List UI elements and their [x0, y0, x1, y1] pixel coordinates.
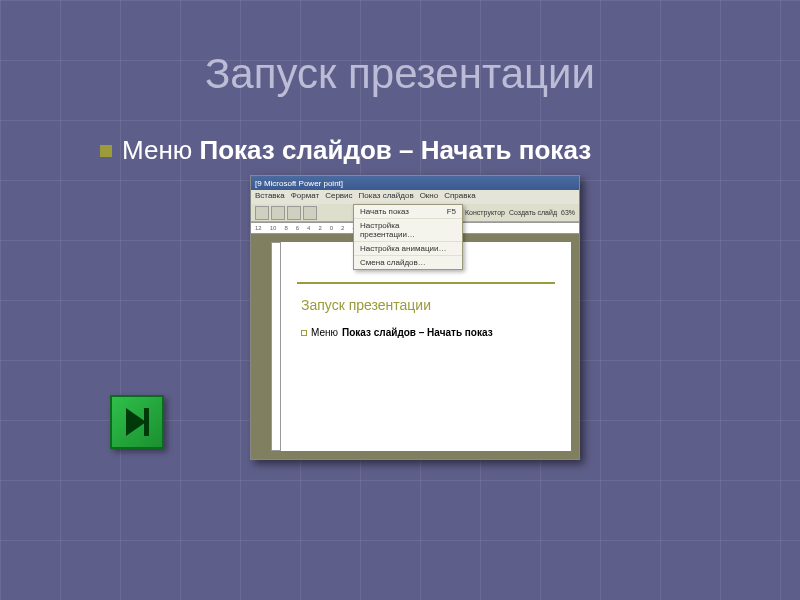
bullet-text: Меню Показ слайдов – Начать показ	[122, 135, 591, 166]
menu-help[interactable]: Справка	[444, 191, 475, 203]
play-triangle-icon	[126, 408, 146, 436]
dropdown-label: Начать показ	[360, 207, 409, 216]
inner-bullet: Меню Показ слайдов – Начать показ	[301, 327, 493, 338]
vertical-ruler	[271, 242, 281, 451]
bullet-item: Меню Показ слайдов – Начать показ	[100, 135, 591, 166]
dropdown-start-show[interactable]: Начать показ F5	[354, 205, 462, 219]
dropdown-label: Настройка анимации…	[360, 244, 446, 253]
toolbar-new-slide[interactable]: Создать слайд	[509, 209, 557, 216]
dropdown-animation[interactable]: Настройка анимации…	[354, 242, 462, 256]
menu-window[interactable]: Окно	[420, 191, 439, 203]
dropdown-setup-show[interactable]: Настройка презентации…	[354, 219, 462, 242]
bullet-bold: Показ слайдов – Начать показ	[200, 135, 592, 165]
dropdown-accel: F5	[447, 207, 456, 216]
bold-icon[interactable]	[255, 206, 269, 220]
menu-format[interactable]: Формат	[291, 191, 319, 203]
embedded-screenshot: [9 Microsoft Power point] Вставка Формат…	[250, 175, 580, 460]
dropdown-label: Смена слайдов…	[360, 258, 426, 267]
window-title: [9 Microsoft Power point]	[255, 179, 343, 188]
menubar: Вставка Формат Сервис Показ слайдов Окно…	[251, 190, 579, 204]
inner-slide: Запуск презентации Меню Показ слайдов – …	[281, 242, 571, 451]
inner-bullet-square-icon	[301, 330, 307, 336]
toolbar-constructor[interactable]: Конструктор	[465, 209, 505, 216]
bullet-prefix: Меню	[122, 135, 200, 165]
bullet-square-icon	[100, 145, 112, 157]
italic-icon[interactable]	[271, 206, 285, 220]
slide-title: Запуск презентации	[0, 50, 800, 98]
menu-insert[interactable]: Вставка	[255, 191, 285, 203]
toolbar-zoom[interactable]: 63%	[561, 209, 575, 216]
window-titlebar: [9 Microsoft Power point]	[251, 176, 579, 190]
dropdown-transition[interactable]: Смена слайдов…	[354, 256, 462, 269]
inner-bullet-bold: Показ слайдов – Начать показ	[342, 327, 493, 338]
slideshow-dropdown: Начать показ F5 Настройка презентации… Н…	[353, 204, 463, 270]
inner-bullet-prefix: Меню	[311, 327, 338, 338]
menu-slideshow[interactable]: Показ слайдов	[359, 191, 414, 203]
separator-line	[297, 282, 555, 284]
menu-service[interactable]: Сервис	[325, 191, 352, 203]
inner-slide-title: Запуск презентации	[301, 297, 431, 313]
play-button[interactable]	[110, 395, 164, 449]
dropdown-label: Настройка презентации…	[360, 221, 456, 239]
shadow-icon[interactable]	[303, 206, 317, 220]
underline-icon[interactable]	[287, 206, 301, 220]
